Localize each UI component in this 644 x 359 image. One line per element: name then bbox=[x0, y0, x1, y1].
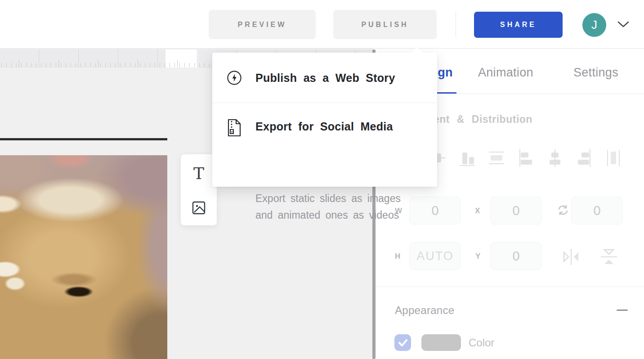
color-label: Color bbox=[469, 334, 494, 351]
y-label: Y bbox=[475, 252, 481, 261]
canvas-line-element[interactable] bbox=[0, 138, 167, 140]
topbar-divider bbox=[456, 12, 456, 36]
insert-toolbar: T bbox=[181, 154, 217, 225]
avatar[interactable]: J bbox=[582, 13, 606, 37]
flip-vertical-icon[interactable] bbox=[599, 247, 619, 267]
ruler-highlight-segment bbox=[165, 49, 198, 67]
text-tool-button[interactable]: T bbox=[181, 160, 217, 187]
align-bottom-icon[interactable] bbox=[459, 146, 476, 170]
width-input[interactable] bbox=[409, 197, 461, 224]
publish-dropdown-menu: Publish as a Web Story Export for Social… bbox=[212, 53, 437, 187]
publish-button[interactable]: PUBLISH bbox=[333, 10, 437, 39]
menu-item-title: Publish as a Web Story bbox=[255, 72, 395, 85]
top-bar: PREVIEW PUBLISH SHARE J bbox=[0, 0, 644, 49]
distribute-vertical-icon[interactable] bbox=[488, 146, 505, 170]
y-input[interactable] bbox=[490, 242, 542, 270]
section-divider bbox=[376, 287, 644, 287]
share-button[interactable]: SHARE bbox=[474, 12, 563, 38]
menu-item-title: Export for Social Media bbox=[255, 120, 393, 133]
tab-animation[interactable]: Animation bbox=[478, 66, 533, 80]
collapse-section-icon[interactable] bbox=[617, 310, 628, 311]
align-left-icon[interactable] bbox=[517, 146, 534, 170]
zip-file-icon bbox=[227, 117, 242, 138]
height-label: H bbox=[395, 252, 401, 261]
flip-horizontal-icon[interactable] bbox=[561, 247, 581, 267]
rotation-icon bbox=[557, 204, 569, 216]
alignment-toolbar bbox=[429, 146, 622, 170]
tab-settings[interactable]: Settings bbox=[573, 66, 618, 80]
menu-item-publish-web-story[interactable]: Publish as a Web Story bbox=[212, 53, 437, 103]
x-input[interactable] bbox=[490, 197, 542, 224]
x-label: X bbox=[475, 206, 480, 215]
image-icon bbox=[192, 201, 206, 215]
height-input[interactable] bbox=[409, 242, 461, 270]
color-checkbox[interactable] bbox=[394, 334, 411, 351]
dog-photo-element[interactable] bbox=[0, 155, 167, 359]
align-center-horizontal-icon[interactable] bbox=[546, 146, 564, 170]
image-tool-button[interactable] bbox=[181, 196, 217, 220]
check-icon bbox=[398, 339, 407, 346]
appearance-section-title: Appearance bbox=[395, 304, 454, 317]
menu-item-description: Export static slides as images and anima… bbox=[255, 190, 401, 224]
color-swatch[interactable] bbox=[421, 334, 461, 351]
description-line: and animated ones as videos bbox=[255, 207, 401, 224]
description-line: Export static slides as images bbox=[255, 190, 401, 207]
chevron-down-icon[interactable] bbox=[617, 21, 630, 28]
preview-button[interactable]: PREVIEW bbox=[209, 10, 316, 39]
lightning-bolt-icon bbox=[227, 69, 242, 87]
distribute-horizontal-icon[interactable] bbox=[605, 146, 622, 170]
align-right-icon[interactable] bbox=[576, 146, 593, 170]
menu-item-export-social[interactable]: Export for Social Media Export static sl… bbox=[212, 103, 437, 187]
rotation-input[interactable] bbox=[571, 197, 623, 224]
